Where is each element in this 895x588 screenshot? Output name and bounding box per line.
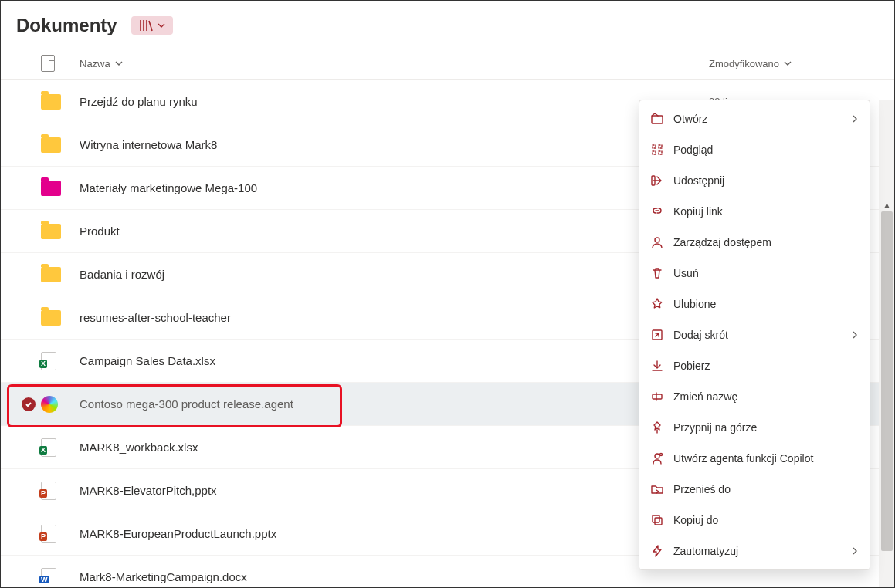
- file-name[interactable]: MARK8-EuropeanProductLaunch.pptx: [80, 527, 686, 540]
- scrollbar-thumb[interactable]: [881, 211, 893, 551]
- favorite-icon: [650, 297, 664, 311]
- menu-item-label: Kopiuj do: [673, 514, 859, 526]
- file-name[interactable]: Badania i rozwój: [80, 268, 686, 281]
- menu-item-label: Pobierz: [673, 360, 859, 372]
- page-title: Dokumenty: [16, 15, 117, 36]
- app-frame: Dokumenty Nazwa Zmodyfikowano Przejdź do…: [0, 0, 895, 588]
- file-type-icon: [41, 94, 80, 110]
- menu-item-label: Przypnij na górze: [673, 421, 859, 434]
- file-name[interactable]: Campaign Sales Data.xlsx: [80, 354, 686, 367]
- column-header-name[interactable]: Nazwa: [80, 58, 709, 69]
- open-icon: [650, 112, 664, 126]
- menu-item-label: Dodaj skrót: [673, 329, 842, 341]
- svg-rect-8: [653, 394, 662, 399]
- page-header: Dokumenty: [1, 1, 894, 47]
- menu-item-preview[interactable]: Podgląd: [639, 134, 870, 165]
- menu-item-label: Usuń: [673, 267, 859, 279]
- menu-item-label: Przenieś do: [673, 483, 859, 495]
- shortcut-icon: [650, 328, 664, 342]
- svg-point-12: [660, 454, 663, 456]
- menu-item-download[interactable]: Pobierz: [639, 350, 870, 381]
- rename-icon: [650, 390, 664, 404]
- svg-rect-4: [652, 116, 663, 123]
- menu-item-shortcut[interactable]: Dodaj skrót: [639, 319, 870, 350]
- column-header-modified-label: Zmodyfikowano: [709, 58, 779, 69]
- download-icon: [650, 359, 664, 373]
- menu-item-moveto[interactable]: Przenieś do: [639, 474, 870, 505]
- file-type-icon: P: [41, 525, 80, 543]
- document-icon: [41, 55, 55, 72]
- row-select[interactable]: [16, 397, 41, 411]
- file-name[interactable]: MARK8-ElevatorPitch,pptx: [80, 484, 686, 497]
- menu-item-favorite[interactable]: Ulubione: [639, 289, 870, 319]
- menu-item-delete[interactable]: Usuń: [639, 258, 870, 289]
- menu-item-label: Otwórz: [673, 113, 842, 125]
- context-menu: OtwórzPodglądUdostępnijKopiuj linkZarząd…: [639, 100, 870, 570]
- file-type-icon: [41, 310, 80, 326]
- automate-icon: [650, 544, 664, 558]
- menu-item-label: Udostępnij: [673, 174, 859, 187]
- delete-icon: [650, 266, 664, 280]
- menu-item-open[interactable]: Otwórz: [639, 103, 870, 134]
- checkmark-icon: [22, 397, 36, 411]
- chevron-down-icon: [158, 22, 165, 29]
- file-type-icon: [41, 267, 80, 282]
- menu-item-label: Kopiuj link: [673, 205, 859, 218]
- menu-item-rename[interactable]: Zmień nazwę: [639, 381, 870, 412]
- svg-rect-13: [653, 515, 659, 522]
- file-type-icon: [41, 181, 80, 196]
- svg-point-11: [655, 454, 659, 458]
- view-switcher-button[interactable]: [131, 16, 173, 35]
- file-name[interactable]: Materiały marketingowe Mega-100: [80, 181, 686, 194]
- file-type-icon: [41, 224, 80, 239]
- moveto-icon: [650, 482, 664, 496]
- svg-point-6: [655, 238, 659, 242]
- file-name[interactable]: Przejdź do planu rynku: [80, 95, 686, 108]
- file-name[interactable]: Produkt: [80, 225, 686, 238]
- menu-item-copilot[interactable]: Utwórz agenta funkcji Copilot: [639, 443, 870, 474]
- file-name[interactable]: Contoso mega-300 product release.agent: [80, 397, 686, 411]
- menu-item-label: Zmień nazwę: [673, 390, 859, 403]
- pin-icon: [650, 421, 664, 434]
- chevron-down-icon: [784, 59, 792, 67]
- file-type-icon: X: [41, 352, 80, 370]
- menu-item-label: Zautomatyzuj: [673, 545, 842, 557]
- file-name[interactable]: resumes-after-school-teacher: [80, 311, 686, 324]
- menu-item-automate[interactable]: Zautomatyzuj: [639, 536, 870, 566]
- menu-item-label: Zarządzaj dostępem: [673, 236, 859, 248]
- file-type-icon: W: [41, 568, 80, 584]
- menu-item-access[interactable]: Zarządzaj dostępem: [639, 227, 870, 258]
- file-type-icon: [41, 396, 80, 413]
- file-name[interactable]: MARK8_workback.xlsx: [80, 441, 686, 454]
- menu-item-pin[interactable]: Przypnij na górze: [639, 412, 870, 443]
- menu-item-link[interactable]: Kopiuj link: [639, 196, 870, 227]
- column-header-modified[interactable]: Zmodyfikowano: [709, 58, 879, 69]
- column-header-type-icon[interactable]: [41, 55, 80, 72]
- svg-rect-14: [655, 518, 662, 525]
- share-icon: [650, 174, 664, 188]
- file-type-icon: X: [41, 438, 80, 457]
- menu-item-copyto[interactable]: Kopiuj do: [639, 505, 870, 536]
- copyto-icon: [650, 513, 664, 527]
- chevron-right-icon: [851, 113, 859, 125]
- file-name[interactable]: Witryna internetowa Mark8: [80, 138, 686, 151]
- chevron-right-icon: [851, 329, 859, 341]
- column-headers: Nazwa Zmodyfikowano: [1, 47, 894, 80]
- menu-item-label: Ulubione: [673, 298, 859, 310]
- file-type-icon: [41, 137, 80, 153]
- column-header-name-label: Nazwa: [80, 58, 110, 69]
- menu-item-share[interactable]: Udostępnij: [639, 165, 870, 196]
- access-icon: [650, 235, 664, 249]
- scroll-up-arrow[interactable]: ▲: [881, 199, 893, 211]
- preview-icon: [650, 143, 664, 157]
- link-icon: [650, 204, 664, 218]
- svg-line-3: [149, 21, 152, 31]
- library-icon: [139, 19, 153, 32]
- menu-item-label: Utwórz agenta funkcji Copilot: [673, 452, 859, 465]
- file-name[interactable]: Mark8-MarketingCampaign.docx: [80, 570, 686, 583]
- scrollbar-track[interactable]: ▲: [879, 100, 894, 587]
- copilot-icon: [650, 451, 664, 465]
- chevron-right-icon: [851, 545, 859, 557]
- menu-item-label: Podgląd: [673, 144, 859, 156]
- chevron-down-icon: [115, 59, 123, 67]
